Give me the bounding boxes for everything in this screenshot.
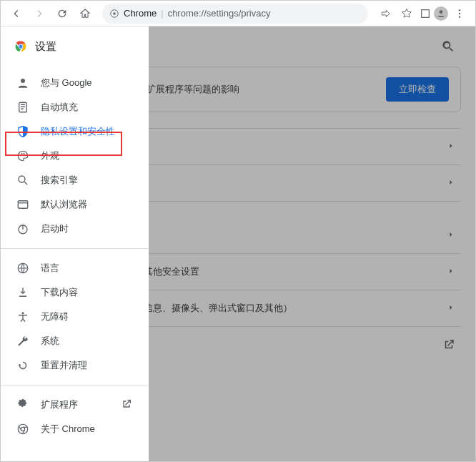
sidebar-item-search-engine[interactable]: 搜索引擎: [1, 168, 148, 192]
download-icon: [16, 286, 29, 299]
sidebar-item-label: 下载内容: [41, 286, 78, 299]
search-icon: [16, 174, 29, 187]
sidebar-item-autofill[interactable]: 自动填充: [1, 95, 148, 119]
extensions-button[interactable]: [418, 6, 432, 21]
share-button[interactable]: [375, 4, 395, 24]
sidebar-item-label: 搜索引擎: [41, 174, 78, 187]
svg-point-5: [459, 12, 460, 14]
svg-point-4: [459, 9, 460, 11]
menu-button[interactable]: [450, 4, 470, 24]
sidebar-item-label: 外观: [41, 149, 59, 162]
open-external-icon: [121, 398, 132, 412]
sidebar-item-label: 关于 Chrome: [41, 423, 95, 436]
accessibility-icon: [16, 310, 29, 323]
sidebar-title: 设置: [35, 40, 56, 54]
restore-icon: [16, 359, 29, 372]
power-icon: [16, 222, 29, 235]
forward-button[interactable]: [29, 4, 49, 24]
url-text: chrome://settings/privacy: [168, 8, 271, 19]
person-icon: [16, 77, 29, 89]
sidebar-item-label: 自动填充: [41, 101, 78, 114]
svg-point-20: [22, 312, 24, 314]
sidebar-item-appearance[interactable]: 外观: [1, 144, 148, 168]
sidebar-item-on-startup[interactable]: 启动时: [1, 217, 148, 241]
svg-point-3: [440, 10, 443, 14]
svg-point-14: [24, 153, 25, 154]
url-chip: Chrome: [124, 8, 157, 19]
sidebar-item-label: 无障碍: [41, 310, 69, 323]
sidebar-item-label: 启动时: [41, 222, 69, 235]
chrome-outline-icon: [16, 423, 29, 436]
extension-icon: [16, 398, 29, 411]
browser-icon: [16, 198, 29, 211]
browser-toolbar: Chrome | chrome://settings/privacy: [1, 1, 475, 26]
home-button[interactable]: [75, 4, 95, 24]
sidebar-item-privacy[interactable]: 隐私设置和安全性: [1, 119, 148, 144]
svg-point-12: [20, 154, 21, 156]
chrome-doc-icon: [109, 9, 119, 19]
sidebar-item-languages[interactable]: 语言: [1, 256, 148, 280]
address-bar[interactable]: Chrome | chrome://settings/privacy: [102, 4, 368, 24]
reload-button[interactable]: [52, 4, 72, 24]
svg-rect-2: [422, 9, 430, 17]
palette-icon: [16, 149, 29, 162]
sidebar-item-accessibility[interactable]: 无障碍: [1, 305, 148, 329]
sidebar-item-label: 重置并清理: [41, 359, 87, 372]
globe-icon: [16, 262, 29, 275]
sidebar-item-label: 扩展程序: [41, 398, 78, 411]
svg-point-15: [24, 154, 26, 156]
svg-rect-17: [18, 201, 28, 209]
sidebar-item-you-and-google[interactable]: 您与 Google: [1, 71, 148, 95]
sidebar-list: 您与 Google 自动填充 隐私设置和安全性 外观 搜索引擎 默认浏览器 启动…: [1, 67, 148, 446]
bookmark-button[interactable]: [397, 4, 417, 24]
sidebar-item-default-browser[interactable]: 默认浏览器: [1, 192, 148, 217]
divider: [1, 248, 148, 249]
modal-overlay[interactable]: [149, 26, 475, 461]
sidebar-item-reset[interactable]: 重置并清理: [1, 353, 148, 378]
sidebar-item-system[interactable]: 系统: [1, 329, 148, 353]
wrench-icon: [16, 335, 29, 348]
sidebar-header: 设置: [1, 26, 148, 67]
back-button[interactable]: [6, 4, 26, 24]
sidebar-item-about-chrome[interactable]: 关于 Chrome: [1, 417, 148, 441]
sidebar-item-extensions[interactable]: 扩展程序: [1, 393, 148, 417]
sidebar-item-label: 系统: [41, 335, 59, 348]
svg-point-10: [21, 79, 25, 83]
svg-rect-11: [19, 102, 27, 112]
settings-sidebar: 设置 您与 Google 自动填充 隐私设置和安全性 外观 搜索引擎 默认浏览器…: [1, 26, 149, 461]
main-area: 免受数据泄露、不良扩展程序等问题的影响 立即检查 e、缓存及其他数据 设置和安全…: [1, 26, 475, 461]
shield-icon: [16, 125, 29, 138]
profile-avatar[interactable]: [434, 6, 448, 21]
svg-point-6: [459, 16, 460, 17]
sidebar-item-label: 您与 Google: [41, 77, 92, 89]
svg-point-1: [113, 12, 116, 15]
sidebar-item-label: 语言: [41, 262, 59, 275]
svg-point-13: [21, 153, 23, 154]
sidebar-item-label: 默认浏览器: [41, 198, 87, 211]
svg-point-16: [19, 176, 25, 182]
divider: [1, 385, 148, 385]
chrome-logo-icon: [14, 39, 28, 54]
autofill-icon: [16, 101, 29, 114]
sidebar-item-label: 隐私设置和安全性: [41, 125, 115, 138]
sidebar-item-downloads[interactable]: 下载内容: [1, 280, 148, 305]
